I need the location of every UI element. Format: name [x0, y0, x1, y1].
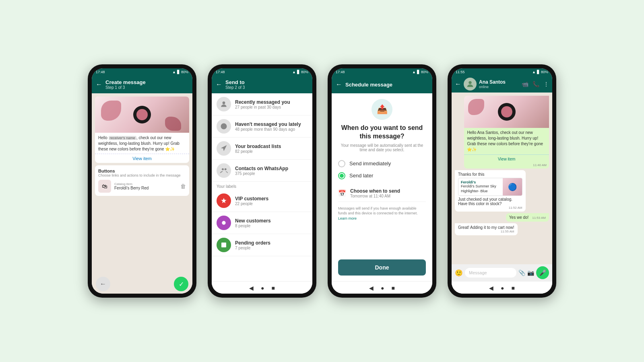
battery-pct-2: 80% [301, 70, 308, 74]
back-arrow-3[interactable]: ← [336, 81, 342, 88]
nav-bar-3: ← Schedule message [332, 76, 432, 93]
signal-icon-1: ▲ [172, 70, 176, 74]
p4-msg-in-time-2: 11:55 AM [458, 230, 514, 233]
p1-screen-content: Hello receiver's name, check out our new… [92, 93, 192, 274]
p4-contact-avatar [464, 78, 477, 90]
p3-schedule-sub: Tomorrow at 11:40 AM [350, 194, 400, 198]
p2-item-broadcast[interactable]: Your broadcast lists 82 people [212, 138, 312, 160]
p1-catalog-info: Catalog item Feroldi's Berry Red [114, 182, 177, 190]
p4-more-icon[interactable]: ⋮ [543, 81, 549, 87]
p4-contact-status: online [479, 85, 519, 89]
p4-emoji-icon[interactable]: 🙂 [455, 269, 463, 277]
p3-sub-text: Your message will be automatically sent … [338, 143, 426, 152]
p2-item-vip[interactable]: VIP customers 22 people [212, 190, 312, 212]
p3-schedule-icon: 📤 [372, 99, 392, 120]
p2-item-new[interactable]: New customers 8 people [212, 212, 312, 234]
nav-back-btn-4[interactable]: ◀ [489, 285, 493, 291]
p3-option-immediate[interactable]: Send immediately [338, 158, 426, 170]
p2-recipients-list: Recently messaged you 27 people in past … [212, 93, 312, 281]
p2-avatar-vip [217, 193, 231, 208]
battery-icon-1: ▊ [177, 70, 180, 74]
p2-item-info-recently: Recently messaged you 27 people in past … [235, 99, 308, 109]
p2-item-info-pending: Pending orders 7 people [235, 240, 308, 250]
p4-message-input[interactable]: Message [465, 268, 516, 278]
bottom-nav-3: ◀ ● ■ [332, 281, 432, 294]
time-2: 17:48 [216, 70, 225, 74]
p2-item-sub-new: 8 people [235, 224, 308, 228]
p3-radio-later[interactable] [338, 172, 345, 179]
p2-item-sub-contacts: 375 people [235, 171, 308, 176]
p4-chat-area: Hello Ana Santos, check out our new weig… [452, 93, 552, 264]
p1-catalog-item: 🛍 Catalog item Feroldi's Berry Red 🗑 [98, 180, 186, 193]
p3-done-button[interactable]: Done [338, 259, 426, 276]
p2-item-info-broadcast: Your broadcast lists 82 people [235, 144, 308, 154]
p1-next-fab[interactable]: ✓ [174, 277, 188, 291]
battery-pct-1: 80% [181, 70, 188, 74]
svg-marker-4 [221, 198, 226, 203]
p4-contact-info: Ana Santos online [479, 79, 519, 89]
p4-card-thumb: 🔵 [503, 178, 522, 195]
back-arrow-2[interactable]: ← [216, 81, 222, 88]
status-bar-4: 11:55 ▲ ▊ 80% [452, 68, 552, 76]
p2-item-title-recently: Recently messaged you [235, 99, 308, 105]
signal-icon-4: ▲ [532, 70, 536, 74]
p3-schedule-row[interactable]: 📅 Choose when to send Tomorrow at 11:40 … [338, 185, 426, 202]
p3-question: When do you want to send this message? [338, 124, 426, 141]
p2-item-late[interactable]: Haven't messaged you lately 48 people mo… [212, 115, 312, 138]
p1-product-image [95, 97, 189, 133]
svg-point-0 [223, 101, 225, 104]
nav-home-btn-3[interactable]: ● [381, 285, 384, 291]
p4-product-icon [498, 103, 516, 121]
p2-item-recently[interactable]: Recently messaged you 27 people in past … [212, 93, 312, 115]
p4-feroldi-card: Feroldi's Feroldi's Summer Sky Highlight… [458, 178, 522, 196]
p2-avatar-new [217, 216, 231, 230]
nav-title-1: Create message [105, 79, 146, 85]
p4-mic-button[interactable]: 🎤 [536, 266, 549, 279]
p4-phone-icon[interactable]: 📞 [533, 81, 539, 87]
p4-camera-icon[interactable]: 📷 [527, 269, 534, 276]
p4-msg-out-time-2: 11:53 AM [532, 216, 546, 220]
p2-item-title-new: New customers [235, 218, 308, 224]
p4-nav-bar: ← Ana Santos online 📹 📞 ⋮ [452, 76, 552, 93]
p1-view-item-btn[interactable]: View item [95, 154, 189, 163]
p4-card-name: Feroldi's Summer Sky Highlighter- Blue [461, 184, 500, 193]
nav-recent-btn-3[interactable]: ■ [392, 285, 395, 291]
p2-item-contacts[interactable]: Contacts on WhatsApp 375 people [212, 160, 312, 182]
nav-home-btn-2[interactable]: ● [261, 285, 264, 291]
p3-schedule-title: Choose when to send [350, 188, 400, 194]
p1-delete-icon[interactable]: 🗑 [180, 183, 186, 189]
p2-screen-content: Recently messaged you 27 people in past … [212, 93, 312, 281]
p4-chat-screen: Hello Ana Santos, check out our new weig… [452, 93, 552, 294]
p1-back-fab[interactable]: ← [96, 277, 110, 291]
nav-home-btn-4[interactable]: ● [501, 285, 504, 291]
p4-compose-bar: 🙂 Message 📎 📷 🎤 [452, 264, 552, 281]
p2-item-title-late: Haven't messaged you lately [235, 121, 308, 127]
nav-recent-btn-4[interactable]: ■ [512, 285, 515, 291]
p4-back-arrow[interactable]: ← [455, 80, 461, 88]
back-arrow-1[interactable]: ← [96, 81, 102, 88]
p2-avatar-pending [217, 238, 231, 252]
p4-msg-in-time-1: 11:52 AM [458, 206, 522, 210]
p3-radio-immediate[interactable] [338, 160, 345, 167]
p2-item-pending[interactable]: Pending orders 7 people [212, 234, 312, 256]
p3-option-later[interactable]: Send later [338, 170, 426, 182]
p3-learn-more-link[interactable]: Learn more [338, 216, 357, 220]
nav-back-btn-2[interactable]: ◀ [249, 285, 254, 291]
p4-out-simple-2: Yes we do! 11:53 AM [506, 213, 549, 222]
p2-avatar-broadcast [217, 141, 231, 156]
nav-back-btn-3[interactable]: ◀ [369, 285, 374, 291]
p4-msg-out-time-1: 11:40 AM [464, 163, 549, 169]
signal-icon-2: ▲ [292, 70, 296, 74]
p2-item-sub-late: 48 people more than 90 days ago [235, 127, 308, 132]
nav-recent-btn-2[interactable]: ■ [272, 285, 275, 291]
p1-fab-row: ← ✓ [92, 274, 192, 294]
p4-attach-icon[interactable]: 📎 [518, 269, 525, 276]
p3-screen-content: 📤 When do you want to send this message?… [332, 93, 432, 281]
p4-product-image [464, 96, 549, 128]
p2-avatar-recently [217, 97, 231, 111]
p2-item-info-vip: VIP customers 22 people [235, 196, 308, 206]
p2-item-sub-pending: 7 people [235, 246, 308, 250]
status-bar-3: 17:48 ▲ ▊ 80% [332, 68, 432, 76]
p4-video-icon[interactable]: 📹 [522, 81, 528, 87]
p4-view-item-btn[interactable]: View item [464, 154, 549, 163]
